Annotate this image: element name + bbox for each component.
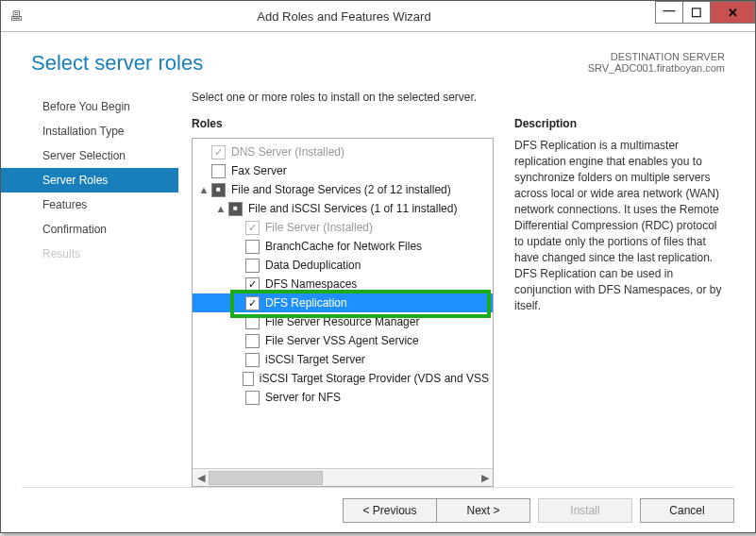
app-icon: 🖶 xyxy=(7,7,25,25)
nav-step-server-selection[interactable]: Server Selection xyxy=(1,143,178,168)
role-checkbox[interactable] xyxy=(245,391,260,405)
role-checkbox[interactable] xyxy=(245,259,260,273)
roles-tree[interactable]: DNS Server (Installed)Fax Server▲File an… xyxy=(193,139,493,468)
role-checkbox[interactable] xyxy=(245,353,260,367)
roles-tree-box: DNS Server (Installed)Fax Server▲File an… xyxy=(192,138,494,487)
minimize-button[interactable]: — xyxy=(655,1,683,24)
role-item[interactable]: ▲File and Storage Services (2 of 12 inst… xyxy=(193,180,493,199)
nav-step-results: Results xyxy=(1,242,178,266)
roles-hscrollbar[interactable]: ◀ ▶ xyxy=(193,468,493,486)
window-title: Add Roles and Features Wizard xyxy=(33,9,655,24)
nav-step-confirmation[interactable]: Confirmation xyxy=(1,217,178,242)
role-label: DFS Namespaces xyxy=(265,275,357,293)
role-label: iSCSI Target Server xyxy=(265,350,365,369)
role-checkbox[interactable] xyxy=(228,202,243,216)
scroll-thumb[interactable] xyxy=(209,471,323,485)
previous-button[interactable]: < Previous xyxy=(343,498,437,523)
maximize-button[interactable]: ☐ xyxy=(683,1,711,24)
destination-label: DESTINATION SERVER xyxy=(588,51,725,62)
tree-expander-icon[interactable]: ▲ xyxy=(198,180,210,199)
role-checkbox[interactable] xyxy=(245,334,260,348)
role-item[interactable]: DFS Namespaces xyxy=(193,275,493,293)
destination-server-block: DESTINATION SERVER SRV_ADC001.firatboyan… xyxy=(588,51,725,74)
install-button: Install xyxy=(538,498,632,523)
role-item[interactable]: ▲File and iSCSI Services (1 of 11 instal… xyxy=(193,199,493,218)
role-item: File Server (Installed) xyxy=(193,218,493,237)
description-label: Description xyxy=(514,117,729,130)
role-label: DFS Replication xyxy=(265,293,347,312)
role-item: DNS Server (Installed) xyxy=(193,142,493,161)
role-checkbox xyxy=(245,221,260,235)
description-text: DFS Replication is a multimaster replica… xyxy=(514,138,729,314)
scroll-left-icon[interactable]: ◀ xyxy=(193,469,209,486)
role-checkbox xyxy=(211,145,226,159)
role-checkbox[interactable] xyxy=(211,164,226,178)
role-checkbox[interactable] xyxy=(243,372,254,386)
scroll-track[interactable] xyxy=(209,469,477,486)
roles-label: Roles xyxy=(192,117,494,130)
wizard-nav: Before You BeginInstallation TypeServer … xyxy=(1,89,178,487)
role-label: BranchCache for Network Files xyxy=(265,237,422,256)
nav-step-features[interactable]: Features xyxy=(1,193,178,217)
role-label: DNS Server (Installed) xyxy=(231,142,344,161)
cancel-button[interactable]: Cancel xyxy=(640,498,734,523)
page-heading: Select server roles xyxy=(31,51,203,75)
role-item[interactable]: File Server VSS Agent Service xyxy=(193,331,493,350)
role-item[interactable]: File Server Resource Manager xyxy=(193,312,493,331)
role-item[interactable]: DFS Replication xyxy=(193,293,493,312)
role-label: Server for NFS xyxy=(265,388,341,407)
role-item[interactable]: Server for NFS xyxy=(193,388,493,407)
role-label: File Server Resource Manager xyxy=(265,312,419,331)
role-item[interactable]: Data Deduplication xyxy=(193,256,493,275)
role-checkbox[interactable] xyxy=(245,240,260,254)
next-button[interactable]: Next > xyxy=(437,498,530,523)
tree-expander-icon[interactable]: ▲ xyxy=(215,199,227,218)
role-label: File and iSCSI Services (1 of 11 install… xyxy=(248,199,457,218)
role-label: iSCSI Target Storage Provider (VDS and V… xyxy=(260,369,489,388)
close-button[interactable]: ✕ xyxy=(711,1,755,24)
role-item[interactable]: iSCSI Target Storage Provider (VDS and V… xyxy=(193,369,493,388)
role-checkbox[interactable] xyxy=(211,183,226,197)
role-label: File Server VSS Agent Service xyxy=(265,331,419,350)
nav-step-server-roles[interactable]: Server Roles xyxy=(1,168,178,193)
role-checkbox[interactable] xyxy=(245,296,260,310)
instruction-text: Select one or more roles to install on t… xyxy=(182,89,746,117)
role-label: File and Storage Services (2 of 12 insta… xyxy=(231,180,451,199)
nav-step-before-you-begin[interactable]: Before You Begin xyxy=(1,94,178,119)
role-item[interactable]: iSCSI Target Server xyxy=(193,350,493,369)
role-label: File Server (Installed) xyxy=(265,218,373,237)
destination-host: SRV_ADC001.firatboyan.com xyxy=(588,62,725,74)
role-item[interactable]: BranchCache for Network Files xyxy=(193,237,493,256)
role-checkbox[interactable] xyxy=(245,315,260,329)
role-label: Fax Server xyxy=(231,161,287,180)
title-bar: 🖶 Add Roles and Features Wizard — ☐ ✕ xyxy=(1,1,755,32)
nav-step-installation-type[interactable]: Installation Type xyxy=(1,119,178,143)
role-label: Data Deduplication xyxy=(265,256,361,275)
role-item[interactable]: Fax Server xyxy=(193,161,493,180)
role-checkbox[interactable] xyxy=(245,277,260,292)
scroll-right-icon[interactable]: ▶ xyxy=(477,469,493,486)
wizard-footer: < Previous Next > Install Cancel xyxy=(1,488,755,533)
add-roles-wizard-window: 🖶 Add Roles and Features Wizard — ☐ ✕ Se… xyxy=(0,0,756,533)
